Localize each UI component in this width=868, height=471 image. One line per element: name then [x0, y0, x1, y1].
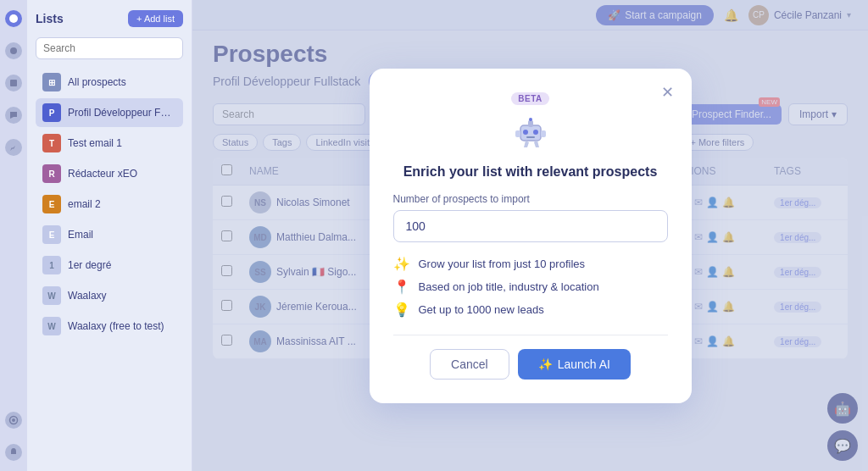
beta-badge: BETA — [511, 92, 548, 105]
modal-robot-area — [393, 112, 668, 152]
svg-rect-13 — [541, 130, 546, 137]
svg-point-1 — [10, 47, 17, 54]
nav-campaigns-icon[interactable] — [5, 75, 22, 91]
nav-settings-icon[interactable] — [5, 412, 22, 429]
prospects-count-input[interactable] — [393, 210, 668, 242]
sidebar-item-waalaxy[interactable]: W Waalaxy — [36, 281, 183, 310]
feature-item-2: 📍 Based on job title, industry & locatio… — [393, 279, 668, 295]
sidebar-item-profil-dev[interactable]: P Profil Développeur Ful... — [36, 98, 183, 127]
sidebar-item-1er-degre[interactable]: 1 1er degré — [36, 251, 183, 280]
sidebar-header: Lists + Add list — [36, 10, 183, 27]
sidebar-item-all-prospects[interactable]: ⊞ All prospects — [36, 68, 183, 97]
nav-analytics-icon[interactable] — [5, 139, 22, 156]
sparkle-icon: ✨ — [393, 256, 410, 272]
robot-icon — [510, 112, 551, 152]
1er-degre-icon: 1 — [42, 256, 61, 274]
email-icon: E — [42, 225, 61, 244]
modal-close-button[interactable]: ✕ — [656, 80, 680, 104]
feature-item-3: 💡 Get up to 1000 new leads — [393, 302, 668, 318]
launch-ai-button[interactable]: ✨ Launch AI — [518, 349, 631, 380]
svg-point-0 — [9, 14, 18, 23]
add-list-button[interactable]: + Add list — [128, 10, 183, 27]
modal-input-label: Number of prospects to import — [393, 193, 668, 205]
modal-actions: Cancel ✨ Launch AI — [393, 349, 668, 380]
location-icon: 📍 — [393, 279, 410, 295]
test-email-icon: T — [42, 134, 61, 152]
nav-notifications-icon[interactable] — [5, 444, 22, 461]
nav-home-icon[interactable] — [5, 10, 22, 27]
all-prospects-icon: ⊞ — [42, 73, 61, 91]
svg-point-8 — [533, 130, 538, 135]
waalaxy-free-icon: W — [42, 317, 61, 335]
rocket-icon: ✨ — [538, 357, 553, 371]
nav-messages-icon[interactable] — [5, 107, 22, 124]
email2-icon: E — [42, 195, 61, 213]
modal-divider — [393, 335, 668, 335]
svg-rect-10 — [528, 120, 533, 127]
main-content: 🚀 Start a campaign 🔔 CP Cécile Panzani ▾… — [192, 0, 868, 471]
modal-overlay: ✕ BETA — [192, 0, 868, 471]
modal-title: Enrich your list with relevant prospects — [393, 164, 668, 180]
modal-features-list: ✨ Grow your list from just 10 profiles 📍… — [393, 256, 668, 318]
sidebar-search-input[interactable] — [36, 37, 183, 59]
svg-rect-2 — [10, 80, 17, 86]
sidebar: Lists + Add list ⊞ All prospects P Profi… — [27, 0, 192, 471]
svg-rect-12 — [515, 130, 520, 137]
modal-beta-area: BETA — [393, 92, 668, 105]
nav-prospects-icon[interactable] — [5, 42, 22, 59]
svg-point-7 — [523, 130, 528, 135]
sidebar-item-waalaxy-free[interactable]: W Waalaxy (free to test) — [36, 312, 183, 341]
sidebar-item-email[interactable]: E Email — [36, 220, 183, 249]
feature-item-1: ✨ Grow your list from just 10 profiles — [393, 256, 668, 272]
svg-point-11 — [529, 118, 532, 121]
sidebar-item-redacteur[interactable]: R Rédacteur xEO — [36, 159, 183, 188]
cancel-button[interactable]: Cancel — [430, 349, 509, 380]
ai-prospect-modal: ✕ BETA — [370, 69, 692, 403]
svg-rect-9 — [526, 136, 535, 138]
sidebar-item-email2[interactable]: E email 2 — [36, 190, 183, 219]
svg-point-3 — [12, 418, 15, 422]
sidebar-item-test-email[interactable]: T Test email 1 — [36, 129, 183, 158]
redacteur-icon: R — [42, 164, 61, 183]
icon-nav — [0, 0, 27, 471]
lightbulb-icon: 💡 — [393, 302, 410, 318]
waalaxy-icon: W — [42, 286, 61, 305]
profil-dev-icon: P — [42, 103, 61, 122]
sidebar-title: Lists — [36, 12, 64, 25]
